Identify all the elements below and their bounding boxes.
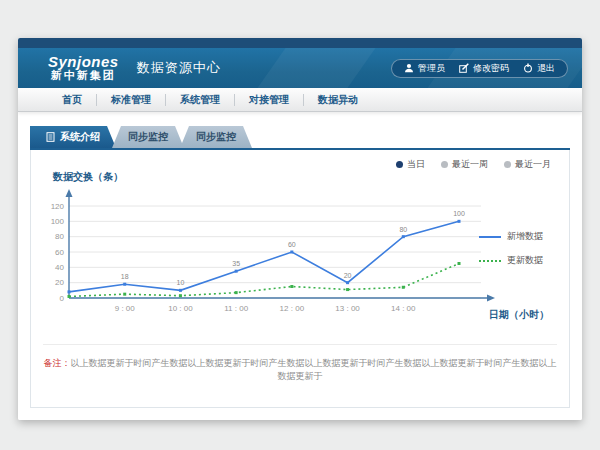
user-icon	[404, 63, 414, 73]
tab-system-intro[interactable]: 系统介绍	[30, 126, 116, 148]
legend-swatch-dotted-green	[479, 260, 501, 262]
data-exchange-line-chart: 0204060801001209 : 0010 : 0011 : 0012 : …	[41, 186, 501, 328]
radio-last-week[interactable]: 最近一周	[441, 158, 488, 171]
app-title: 数据资源中心	[137, 59, 221, 77]
logout-button[interactable]: 退出	[523, 62, 555, 75]
logout-label: 退出	[537, 62, 555, 75]
svg-text:18: 18	[121, 273, 129, 280]
radio-dot-selected	[396, 161, 403, 168]
svg-text:10: 10	[177, 279, 185, 286]
change-password-button[interactable]: 修改密码	[459, 62, 509, 75]
svg-text:12 : 00: 12 : 00	[280, 304, 305, 313]
svg-text:0: 0	[60, 294, 65, 303]
nav-item-home[interactable]: 首页	[48, 93, 96, 107]
user-toolbar: 管理员 修改密码 退出	[391, 59, 568, 78]
app-window: Synjones 新中新集团 数据资源中心 管理员 修改密码 退出	[18, 38, 582, 420]
radio-label: 最近一周	[452, 158, 488, 171]
header-decor-streak	[243, 48, 382, 88]
tab-sync-monitor-2[interactable]: 同步监控	[180, 126, 252, 148]
app-header: Synjones 新中新集团 数据资源中心 管理员 修改密码 退出	[18, 48, 582, 88]
svg-text:14 : 00: 14 : 00	[391, 304, 416, 313]
legend-item-updated-data: 更新数据	[479, 254, 557, 267]
svg-text:13 : 00: 13 : 00	[335, 304, 360, 313]
legend-swatch-solid-blue	[479, 236, 501, 238]
svg-text:20: 20	[55, 278, 64, 287]
legend-item-new-data: 新增数据	[479, 230, 557, 243]
svg-text:100: 100	[453, 210, 465, 217]
header-top-strip	[18, 38, 582, 48]
tab-sync-monitor-1[interactable]: 同步监控	[112, 126, 184, 148]
nav-item-data-change[interactable]: 数据异动	[304, 93, 372, 107]
footnote-prefix: 备注：	[44, 358, 71, 368]
svg-text:20: 20	[344, 272, 352, 279]
chart-panel: 当日 最近一周 最近一月 数据交换（条） 0204060801001209 : …	[30, 150, 570, 408]
svg-text:10 : 00: 10 : 00	[168, 304, 193, 313]
edit-icon	[459, 63, 469, 73]
svg-text:60: 60	[288, 241, 296, 248]
svg-text:35: 35	[232, 260, 240, 267]
x-axis-title: 日期（小时）	[489, 308, 549, 322]
tab-label: 同步监控	[128, 130, 168, 144]
radio-today[interactable]: 当日	[396, 158, 425, 171]
tab-label: 系统介绍	[60, 130, 100, 144]
nav-item-standard-mgmt[interactable]: 标准管理	[97, 93, 165, 107]
svg-text:120: 120	[51, 202, 65, 211]
nav-item-system-mgmt[interactable]: 系统管理	[166, 93, 234, 107]
footnote: 备注：以上数据更新于时间产生数据以上数据更新于时间产生数据以上数据更新于时间产生…	[43, 344, 557, 382]
nav-item-interface-mgmt[interactable]: 对接管理	[235, 93, 303, 107]
legend-label: 更新数据	[507, 254, 543, 267]
svg-text:40: 40	[55, 263, 64, 272]
radio-label: 当日	[407, 158, 425, 171]
current-user-label: 管理员	[418, 62, 445, 75]
legend-label: 新增数据	[507, 230, 543, 243]
tab-bar: 系统介绍 同步监控 同步监控	[30, 126, 570, 148]
radio-label: 最近一月	[515, 158, 551, 171]
svg-text:11 : 00: 11 : 00	[224, 304, 248, 313]
radio-dot	[441, 161, 448, 168]
svg-text:100: 100	[51, 217, 65, 226]
y-axis-title: 数据交换（条）	[53, 170, 123, 184]
change-password-label: 修改密码	[473, 62, 509, 75]
svg-text:80: 80	[55, 232, 64, 241]
chart-legend: 新增数据 更新数据	[479, 230, 557, 278]
brand-logo: Synjones 新中新集团	[48, 54, 119, 81]
svg-text:9 : 00: 9 : 00	[115, 304, 136, 313]
page-background: Synjones 新中新集团 数据资源中心 管理员 修改密码 退出	[0, 0, 600, 450]
current-user-button[interactable]: 管理员	[404, 62, 445, 75]
footnote-text: 以上数据更新于时间产生数据以上数据更新于时间产生数据以上数据更新于时间产生数据以…	[71, 358, 557, 381]
power-icon	[523, 63, 533, 73]
document-icon	[46, 132, 55, 142]
svg-text:80: 80	[399, 226, 407, 233]
content-area: 系统介绍 同步监控 同步监控 当日 最近	[18, 112, 582, 420]
svg-text:60: 60	[55, 248, 64, 257]
tab-label: 同步监控	[196, 130, 236, 144]
brand-logo-en: Synjones	[48, 54, 119, 70]
main-nav: 首页 标准管理 系统管理 对接管理 数据异动	[18, 88, 582, 112]
brand-logo-cn: 新中新集团	[48, 70, 119, 82]
time-range-filter: 当日 最近一周 最近一月	[396, 158, 551, 171]
radio-dot	[504, 161, 511, 168]
radio-last-month[interactable]: 最近一月	[504, 158, 551, 171]
